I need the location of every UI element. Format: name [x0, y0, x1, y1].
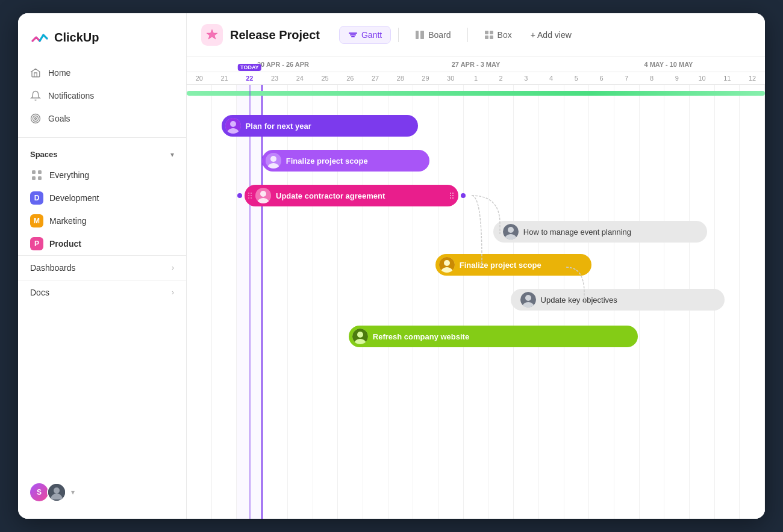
app-container: ClickUp Home Notifications Goals: [18, 13, 765, 519]
svg-point-31: [357, 332, 363, 338]
tab-box[interactable]: Box: [475, 26, 521, 44]
svg-rect-5: [32, 176, 36, 180]
spaces-header[interactable]: Spaces ▾: [18, 145, 186, 164]
date-cell-6: 6: [589, 72, 614, 84]
date-cell-25: 25: [313, 72, 338, 84]
svg-point-23: [260, 191, 266, 197]
logo-area: ClickUp: [18, 28, 186, 61]
main-content: Release Project Gantt Board: [187, 13, 765, 519]
tab-separator-2: [467, 28, 468, 42]
gantt-header: 20 APR - 26 APR 27 APR - 3 MAY 4 MAY - 1…: [187, 57, 765, 85]
task-label-5: Finalize project scope: [460, 261, 541, 270]
product-badge: P: [30, 237, 43, 250]
svg-rect-3: [32, 170, 36, 174]
date-range-2: 27 APR - 3 MAY: [379, 57, 572, 72]
task-avatar-2: [266, 153, 281, 169]
tab-gantt-label: Gantt: [361, 30, 382, 40]
task-label-4: How to manage event planning: [523, 227, 631, 237]
date-cell-7: 7: [614, 72, 639, 84]
clickup-logo-icon: [30, 28, 49, 47]
date-cells: 202122TODAY23242526272829301234567891011…: [187, 72, 765, 84]
nav-home[interactable]: Home: [18, 61, 186, 84]
task-finalize-scope-1[interactable]: Finalize project scope: [262, 150, 429, 172]
svg-point-19: [230, 121, 236, 127]
sidebar-item-development[interactable]: D Development: [18, 187, 186, 209]
date-cell-3: 3: [514, 72, 539, 84]
sidebar-item-docs[interactable]: Docs ›: [18, 280, 186, 305]
svg-rect-14: [485, 31, 488, 34]
task-refresh-website[interactable]: Refresh company website: [349, 326, 638, 347]
add-view-label: + Add view: [531, 30, 572, 40]
task-avatar-6: [520, 292, 536, 308]
svg-point-21: [270, 156, 276, 162]
svg-rect-15: [490, 31, 493, 34]
task-avatar-4: [503, 224, 519, 240]
marketing-label: Marketing: [49, 216, 86, 226]
tab-box-label: Box: [498, 30, 512, 40]
date-cell-9: 9: [664, 72, 690, 84]
chevron-right-icon-docs: ›: [172, 288, 174, 297]
svg-point-27: [444, 260, 450, 266]
svg-rect-16: [485, 36, 488, 39]
nav-goals[interactable]: Goals: [18, 107, 186, 130]
target-icon: [30, 113, 41, 124]
svg-point-25: [508, 227, 514, 233]
view-tabs: Gantt Board: [339, 26, 579, 44]
avatar-user: [47, 483, 66, 502]
date-cell-12: 12: [740, 72, 765, 84]
product-label: Product: [49, 239, 81, 249]
marketing-badge: M: [30, 214, 43, 227]
date-cell-4: 4: [538, 72, 564, 84]
svg-rect-13: [420, 31, 424, 39]
everything-icon: [30, 169, 43, 182]
task-avatar-5: [439, 257, 455, 273]
tab-board[interactable]: Board: [406, 26, 460, 44]
date-cell-30: 30: [438, 72, 463, 84]
add-view-button[interactable]: + Add view: [523, 26, 579, 43]
date-cell-22: 22TODAY: [237, 72, 262, 84]
gantt-body: Plan for next year Finalize project scop…: [187, 85, 765, 519]
progress-bar: [187, 91, 765, 96]
tab-gantt[interactable]: Gantt: [339, 26, 391, 44]
task-update-objectives[interactable]: Update key objectives: [511, 289, 725, 311]
svg-point-1: [33, 116, 39, 122]
app-name: ClickUp: [54, 31, 99, 45]
chevron-right-icon: ›: [172, 264, 174, 272]
date-cell-5: 5: [564, 72, 589, 84]
user-dropdown-arrow[interactable]: ▾: [71, 488, 75, 496]
tab-board-label: Board: [428, 30, 451, 40]
nav-notifications[interactable]: Notifications: [18, 84, 186, 107]
date-cell-29: 29: [413, 72, 438, 84]
svg-rect-10: [350, 34, 356, 36]
tab-separator-1: [398, 28, 399, 42]
svg-point-29: [525, 295, 531, 301]
gantt-wrapper: 20 APR - 26 APR 27 APR - 3 MAY 4 MAY - 1…: [187, 57, 765, 519]
date-cell-28: 28: [388, 72, 413, 84]
sidebar-item-product[interactable]: P Product: [18, 232, 186, 255]
nav-home-label: Home: [48, 68, 70, 78]
progress-bar-container: [187, 91, 765, 96]
date-cell-21: 21: [212, 72, 237, 84]
date-cell-2: 2: [488, 72, 514, 84]
date-range-1: 20 APR - 26 APR: [187, 57, 379, 72]
topbar: Release Project Gantt Board: [187, 13, 765, 57]
sidebar: ClickUp Home Notifications Goals: [18, 13, 187, 519]
sidebar-item-everything[interactable]: Everything: [18, 164, 186, 187]
task-avatar-7: [352, 329, 368, 344]
today-badge: TODAY: [238, 64, 261, 71]
date-cell-1: 1: [463, 72, 488, 84]
nav-goals-label: Goals: [48, 114, 70, 123]
task-contractor-agreement[interactable]: Update contractor agreement: [245, 185, 458, 206]
svg-rect-12: [416, 31, 419, 39]
task-avatar-3: [255, 188, 271, 203]
task-event-planning[interactable]: How to manage event planning: [493, 221, 707, 243]
task-plan-next-year[interactable]: Plan for next year: [222, 115, 418, 137]
development-label: Development: [49, 193, 99, 203]
sidebar-item-dashboards[interactable]: Dashboards ›: [18, 255, 186, 280]
sidebar-item-marketing[interactable]: M Marketing: [18, 209, 186, 232]
date-cell-20: 20: [187, 72, 212, 84]
task-finalize-scope-2[interactable]: Finalize project scope: [435, 254, 591, 276]
gantt-icon: [348, 30, 358, 40]
chevron-down-icon: ▾: [170, 150, 174, 159]
svg-rect-6: [38, 176, 42, 180]
